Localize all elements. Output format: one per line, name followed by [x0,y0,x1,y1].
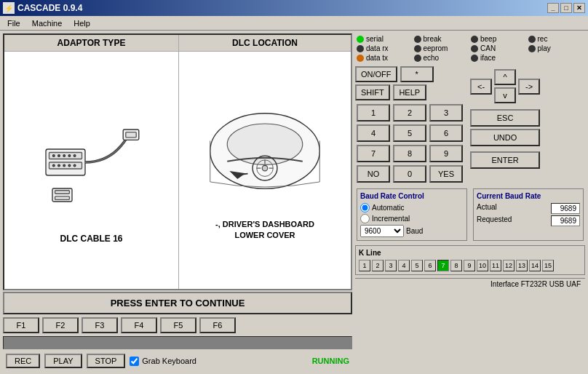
adaptor-section: ADAPTOR TYPE [4,35,179,289]
num-0-button[interactable]: 0 [393,165,426,183]
nav-right-button[interactable]: -> [518,79,540,95]
serial-dot [357,36,364,43]
fkey-row: F1 F2 F3 F4 F5 F6 [3,316,352,335]
numpad: 1 2 3 4 5 6 7 8 9 NO 0 YES [355,103,464,184]
kline-num-8[interactable]: 8 [450,260,462,271]
image-container: ADAPTOR TYPE [3,33,352,290]
maximize-button[interactable]: □ [560,3,572,13]
esc-undo-enter: ESC UNDO ENTER [470,109,540,169]
f3-button[interactable]: F3 [82,317,118,333]
nav-left-button[interactable]: <- [470,79,492,95]
close-button[interactable]: ✕ [573,3,585,13]
kline-num-11[interactable]: 11 [490,260,501,271]
num-2-button[interactable]: 2 [393,104,426,122]
menu-machine[interactable]: Machine [28,17,67,29]
kline-num-3[interactable]: 3 [385,260,397,271]
kline-num-7[interactable]: 7 [437,260,449,271]
dlc-description: -, DRIVER'S DASHBOARDLOWER COVER [215,219,314,242]
onoff-button[interactable]: ON/OFF [355,66,397,82]
automatic-radio[interactable] [360,203,370,212]
kline-num-15[interactable]: 15 [542,260,554,271]
baud-section: Baud Rate Control Automatic Incremental … [355,187,585,242]
shift-button[interactable]: SHIFT [355,84,390,100]
can-label: CAN [480,44,496,52]
esc-button[interactable]: ESC [470,109,540,127]
svg-point-11 [68,164,71,167]
right-panel: serial break beep rec data rx eeprom [355,33,585,371]
title-bar: ⚡ CASCADE 0.9.4 _ □ ✕ [0,0,588,16]
num-6-button[interactable]: 6 [429,124,463,142]
automatic-label: Automatic [372,204,404,212]
menu-file[interactable]: File [3,17,25,29]
can-dot [471,45,478,52]
minimize-button[interactable]: _ [547,3,559,13]
rec-button[interactable]: REC [6,354,40,368]
no-button[interactable]: NO [357,165,390,183]
title-bar-left: ⚡ CASCADE 0.9.4 [3,2,82,14]
f1-button[interactable]: F1 [3,317,39,333]
status-serial: serial [357,35,413,43]
kline-num-13[interactable]: 13 [516,260,528,271]
kline-num-14[interactable]: 14 [529,260,541,271]
svg-rect-16 [55,191,69,194]
requested-baud-row: Requested 9689 [477,215,580,226]
nav-down-button[interactable]: v [494,87,516,103]
yes-button[interactable]: YES [429,165,463,183]
current-baud: Current Baud Rate Actual 9689 Requested … [473,188,584,241]
kline-num-1[interactable]: 1 [359,260,370,271]
f5-button[interactable]: F5 [160,317,196,333]
kline-num-2[interactable]: 2 [372,260,384,271]
center-controls: ON/OFF * SHIFT HELP 1 2 3 4 5 6 7 8 [355,66,464,184]
incremental-radio[interactable] [360,214,370,223]
break-dot [414,36,421,43]
num-9-button[interactable]: 9 [429,145,463,162]
status-iface: iface [471,54,527,62]
baud-select[interactable]: 9600 4800 2400 19200 [360,225,404,237]
num-1-button[interactable]: 1 [357,104,390,122]
kline-num-12[interactable]: 12 [503,260,514,271]
num-5-button[interactable]: 5 [393,124,426,142]
status-eeprom: eeprom [414,44,470,52]
enter-button[interactable]: ENTER [470,151,540,169]
svg-rect-14 [125,132,135,138]
adaptor-image: DLC CABLE 16 [12,52,172,289]
status-rec: rec [528,35,584,43]
kline-num-5[interactable]: 5 [411,260,423,271]
help-button[interactable]: HELP [393,84,426,100]
kline-numbers: 123456789101112131415 [359,260,581,271]
dlc-image: -, DRIVER'S DASHBOARDLOWER COVER [189,52,341,289]
interface-bar: Interface FT232R USB UAF [355,278,585,290]
baud-control-title: Baud Rate Control [360,192,464,200]
automatic-radio-item: Automatic [360,203,464,212]
dlc-section: DLC LOCATION [179,35,351,289]
kline-num-9[interactable]: 9 [464,260,475,271]
grab-keyboard-checkbox[interactable] [130,357,139,366]
shift-row: SHIFT HELP [355,84,464,100]
svg-point-12 [74,164,76,167]
play-button[interactable]: PLAY [44,354,82,368]
num-8-button[interactable]: 8 [393,145,426,162]
svg-point-10 [63,164,65,167]
undo-button[interactable]: UNDO [470,129,540,146]
kline-num-4[interactable]: 4 [398,260,410,271]
num-7-button[interactable]: 7 [357,145,390,162]
baud-control: Baud Rate Control Automatic Incremental … [357,188,467,241]
nav-up-button[interactable]: ^ [494,69,516,85]
kline-num-6[interactable]: 6 [424,260,436,271]
star-button[interactable]: * [400,66,434,82]
f2-button[interactable]: F2 [42,317,79,333]
bottom-bar: REC PLAY STOP Grab Keyboard RUNNING [3,351,352,371]
kline-num-10[interactable]: 10 [477,260,488,271]
stop-button[interactable]: STOP [87,354,126,368]
cable-svg [19,97,164,228]
num-3-button[interactable]: 3 [429,104,463,122]
f6-button[interactable]: F6 [199,317,236,333]
dlc-header: DLC LOCATION [179,35,351,52]
actual-label: Actual [477,203,497,214]
f4-button[interactable]: F4 [121,317,157,333]
iface-dot [471,55,478,62]
status-row: serial break beep rec data rx eeprom [355,33,585,63]
menu-help[interactable]: Help [69,17,95,29]
num-4-button[interactable]: 4 [357,124,390,142]
datarx-dot [357,45,364,52]
